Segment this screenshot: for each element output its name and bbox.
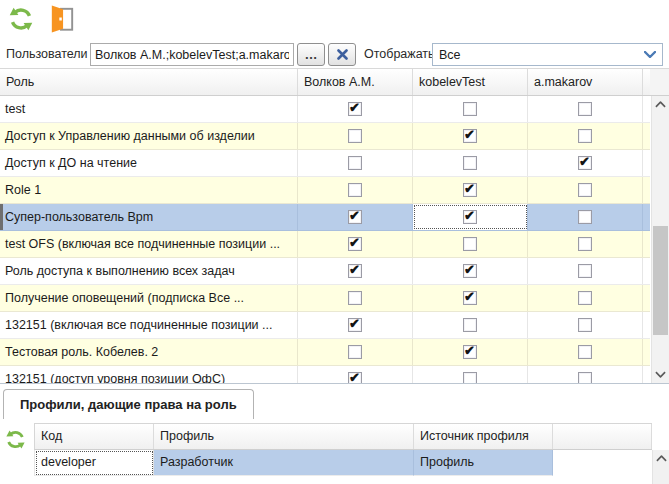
table-row[interactable]: Роль доступа к выполнению всех задач — [0, 258, 650, 285]
users-clear-button[interactable] — [328, 43, 356, 66]
checkbox-unchecked[interactable] — [578, 183, 592, 197]
checkbox-checked[interactable] — [463, 210, 477, 224]
table-row[interactable]: test OFS (включая все подчиненные позици… — [0, 231, 650, 258]
checkbox-unchecked[interactable] — [578, 291, 592, 305]
column-header-source[interactable]: Источник профиля — [414, 424, 553, 449]
checkbox-checked[interactable] — [348, 210, 362, 224]
checkbox-unchecked[interactable] — [348, 183, 362, 197]
checkbox-unchecked[interactable] — [578, 102, 592, 116]
checkbox-unchecked[interactable] — [463, 372, 477, 383]
panel-divider — [0, 383, 669, 384]
checkbox-cell — [413, 123, 528, 149]
checkbox-unchecked[interactable] — [578, 264, 592, 278]
table-row[interactable]: test — [0, 96, 650, 123]
checkbox-unchecked[interactable] — [463, 237, 477, 251]
checkbox-cell — [528, 339, 643, 365]
column-header-user-3[interactable]: a.makarov — [528, 69, 643, 95]
display-label: Отображать — [364, 47, 435, 61]
roles-table-scrollbar[interactable] — [651, 96, 669, 383]
role-name-cell: test — [0, 96, 298, 122]
checkbox-unchecked[interactable] — [578, 237, 592, 251]
refresh-button[interactable] — [8, 6, 34, 32]
combobox-dropdown-button[interactable] — [638, 44, 662, 65]
checkbox-checked[interactable] — [463, 183, 477, 197]
role-name-cell: Доступ к Управлению данными об изделии — [0, 123, 298, 149]
checkbox-checked[interactable] — [463, 264, 477, 278]
column-header-role[interactable]: Роль — [0, 69, 298, 95]
role-name-cell: test OFS (включая все подчиненные позици… — [0, 231, 298, 257]
checkbox-checked[interactable] — [578, 156, 592, 170]
checkbox-unchecked[interactable] — [463, 318, 477, 332]
row-filler — [643, 204, 650, 230]
tab-profiles-label: Профили, дающие права на роль — [20, 397, 237, 412]
checkbox-unchecked[interactable] — [578, 318, 592, 332]
filter-bar: Пользователи … Отображать Все — [0, 42, 669, 68]
checkbox-cell — [413, 96, 528, 122]
checkbox-unchecked[interactable] — [463, 102, 477, 116]
checkbox-checked[interactable] — [348, 264, 362, 278]
table-row[interactable]: Получение оповещений (подписка Все ... — [0, 285, 650, 312]
table-row[interactable]: Role 1 — [0, 177, 650, 204]
checkbox-cell — [413, 231, 528, 257]
refresh-icon — [5, 429, 26, 450]
scrollbar-up-button[interactable] — [652, 96, 669, 113]
column-header-user-2[interactable]: kobelevTest — [413, 69, 528, 95]
checkbox-checked[interactable] — [463, 291, 477, 305]
checkbox-unchecked[interactable] — [578, 129, 592, 143]
checkbox-cell — [298, 177, 413, 203]
checkbox-cell — [413, 204, 528, 230]
checkbox-cell — [528, 366, 643, 383]
users-browse-button[interactable]: … — [297, 43, 325, 66]
checkbox-unchecked[interactable] — [348, 345, 362, 359]
checkbox-unchecked[interactable] — [348, 129, 362, 143]
checkbox-cell — [528, 150, 643, 176]
scrollbar-down-button[interactable] — [652, 366, 669, 383]
column-header-profile[interactable]: Профиль — [154, 424, 414, 449]
profiles-table-scrollbar[interactable] — [652, 450, 669, 484]
row-filler — [643, 366, 650, 383]
checkbox-unchecked[interactable] — [578, 372, 592, 383]
x-clear-icon — [337, 49, 348, 60]
checkbox-checked[interactable] — [348, 318, 362, 332]
checkbox-unchecked[interactable] — [348, 156, 362, 170]
table-row[interactable]: 132151 (доступ уровня позиции ОфС) — [0, 366, 650, 383]
role-name-cell: Тестовая роль. Кобелев. 2 — [0, 339, 298, 365]
checkbox-checked[interactable] — [348, 237, 362, 251]
checkbox-cell — [528, 177, 643, 203]
role-name-cell: 132151 (включая все подчиненные позиции … — [0, 312, 298, 338]
checkbox-checked[interactable] — [463, 129, 477, 143]
checkbox-unchecked[interactable] — [348, 291, 362, 305]
profiles-refresh-button[interactable] — [5, 429, 26, 450]
column-header-user-1[interactable]: Волков А.М. — [298, 69, 413, 95]
row-filler — [643, 312, 650, 338]
checkbox-checked[interactable] — [463, 345, 477, 359]
checkbox-cell — [298, 312, 413, 338]
checkbox-unchecked[interactable] — [463, 156, 477, 170]
table-row[interactable]: 132151 (включая все подчиненные позиции … — [0, 312, 650, 339]
table-row[interactable]: Доступ к ДО на чтение — [0, 150, 650, 177]
exit-button[interactable] — [47, 4, 77, 34]
checkbox-checked[interactable] — [348, 102, 362, 116]
scrollbar-up-button[interactable] — [653, 450, 669, 467]
checkbox-cell — [298, 285, 413, 311]
profile-code-cell[interactable]: developer — [35, 450, 154, 476]
table-row[interactable]: developer Разработчик Профиль — [34, 450, 652, 476]
checkbox-unchecked[interactable] — [578, 345, 592, 359]
row-filler — [553, 450, 652, 476]
checkbox-checked[interactable] — [348, 372, 362, 383]
scrollbar-thumb[interactable] — [653, 226, 668, 335]
roles-table-header: Роль Волков А.М. kobelevTest a.makarov — [0, 68, 650, 96]
checkbox-unchecked[interactable] — [578, 210, 592, 224]
scrollbar-corner — [650, 68, 669, 96]
table-row[interactable]: Тестовая роль. Кобелев. 2 — [0, 339, 650, 366]
table-row[interactable]: Доступ к Управлению данными об изделии — [0, 123, 650, 150]
profile-source-cell[interactable]: Профиль — [414, 450, 553, 476]
row-filler — [643, 231, 650, 257]
column-header-code[interactable]: Код — [35, 424, 154, 449]
checkbox-cell — [528, 258, 643, 284]
profile-name-cell[interactable]: Разработчик — [154, 450, 414, 476]
table-row[interactable]: Супер-пользователь Bpm — [0, 204, 650, 231]
display-combobox[interactable]: Все — [432, 43, 663, 66]
tab-profiles[interactable]: Профили, дающие права на роль — [3, 389, 254, 419]
users-input[interactable] — [90, 43, 294, 66]
